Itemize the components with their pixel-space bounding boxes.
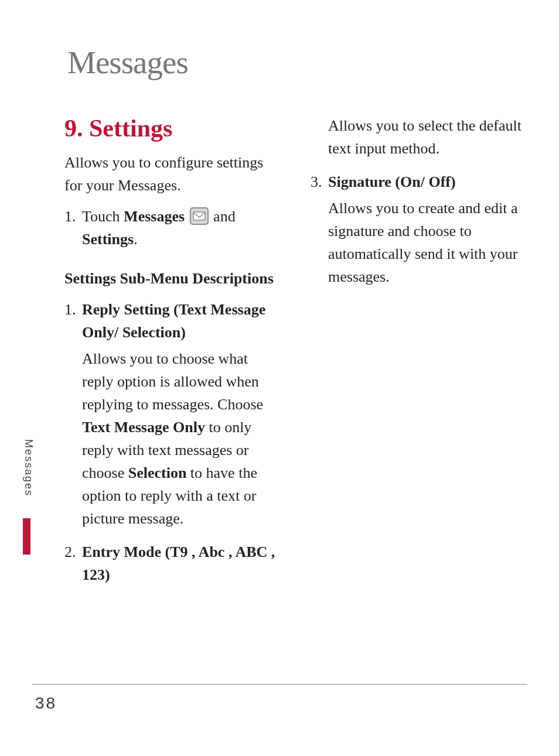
submenu-item: 1. Reply Setting (Text Message Only/ Sel… (64, 298, 281, 344)
desc-keyword: Text Message Only (82, 419, 205, 436)
item-title: Entry Mode (T9 , Abc , ABC , 123) (82, 541, 281, 586)
section-heading: 9. Settings (64, 114, 172, 142)
intro-paragraph: Allows you to configure settings for you… (64, 151, 281, 197)
section-marker (23, 518, 30, 555)
item-description: Allows you to create and edit a signatur… (328, 197, 527, 288)
sub-heading: Settings Sub-Menu Descriptions (64, 267, 281, 290)
item-number: 3. (311, 170, 328, 193)
submenu-item: 3. Signature (On/ Off) (311, 170, 527, 193)
step-item: 1. Touch Messages and Settings. (64, 205, 281, 251)
item-title: Reply Setting (Text Message Only/ Select… (82, 298, 281, 344)
footer-divider (32, 684, 527, 685)
item-title: Signature (On/ Off) (328, 170, 527, 193)
step-body: Touch Messages and Settings. (82, 205, 281, 251)
desc-text: Allows you to choose what reply option i… (82, 350, 263, 413)
page-title: Messages (67, 44, 188, 81)
step-number: 1. (64, 205, 82, 251)
step-keyword: Messages (124, 208, 185, 225)
right-column: Allows you to select the default text in… (311, 114, 527, 299)
step-text: . (134, 231, 138, 248)
item-description: Allows you to choose what reply option i… (82, 347, 281, 530)
page-number: 38 (35, 694, 57, 713)
step-text: and (213, 208, 236, 225)
desc-keyword: Selection (128, 464, 187, 481)
messages-icon (190, 207, 209, 225)
left-column: Allows you to configure settings for you… (64, 151, 281, 590)
item-description: Allows you to select the default text in… (328, 114, 527, 160)
item-number: 1. (64, 298, 82, 344)
section-tab-label: Messages (22, 439, 35, 497)
step-keyword: Settings (82, 231, 134, 248)
step-text: Touch (82, 208, 124, 225)
submenu-item: 2. Entry Mode (T9 , Abc , ABC , 123) (64, 541, 281, 586)
manual-page: Messages 9. Settings Allows you to confi… (0, 0, 559, 756)
svg-rect-1 (193, 212, 205, 220)
item-number: 2. (64, 541, 82, 586)
